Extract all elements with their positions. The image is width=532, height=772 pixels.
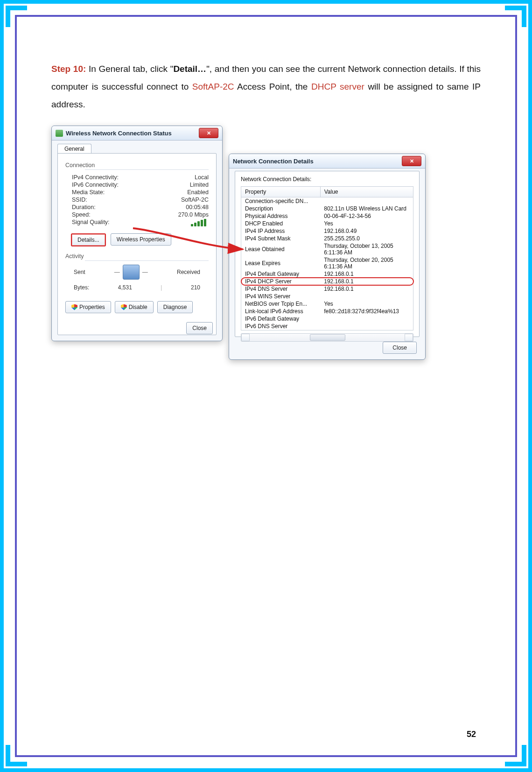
value-cell (320, 323, 413, 330)
ssid-value: SoftAP-2C (181, 197, 209, 203)
speed-label: Speed: (72, 211, 91, 218)
details-close-button[interactable]: Close (383, 342, 417, 354)
wireless-icon (56, 130, 63, 137)
scroll-left-arrow-icon[interactable] (241, 334, 250, 341)
details-button[interactable]: Details... (71, 233, 106, 246)
property-cell: Lease Obtained (241, 242, 321, 256)
table-row[interactable]: IPv4 DHCP Server192.168.0.1 (241, 278, 413, 285)
property-cell: NetBIOS over Tcpip En... (241, 300, 321, 308)
diagnose-button[interactable]: Diagnose (157, 301, 193, 313)
details-dialog: Network Connection Details ✕ Network Con… (229, 154, 426, 360)
shield-icon (71, 304, 77, 310)
instruction-text: Step 10: In General tab, click "Detail…"… (51, 60, 481, 113)
table-row[interactable]: IPv4 Default Gateway192.168.0.1 (241, 270, 413, 278)
table-row[interactable]: IPv4 IP Address192.168.0.49 (241, 227, 413, 235)
bytes-received-value: 210 (191, 284, 200, 291)
step-label: Step 10: (51, 64, 86, 74)
property-cell: IPv6 Default Gateway (241, 315, 321, 323)
status-titlebar[interactable]: Wireless Network Connection Status ✕ (52, 126, 222, 140)
close-icon[interactable]: ✕ (402, 156, 421, 166)
ssid-label: SSID: (72, 197, 87, 203)
property-cell: Link-local IPv6 Address (241, 308, 321, 315)
connection-heading: Connection (65, 162, 209, 170)
value-cell: Thursday, October 13, 2005 6:11:36 AM (320, 242, 413, 256)
value-cell: 192.168.0.1 (320, 270, 413, 278)
scroll-thumb[interactable] (310, 334, 345, 341)
ipv4-connectivity-label: IPv4 Connectivity: (72, 174, 119, 181)
value-cell: 255.255.255.0 (320, 235, 413, 242)
page-number: 52 (467, 730, 476, 739)
horizontal-scrollbar[interactable] (241, 333, 413, 342)
table-row[interactable]: IPv4 WINS Server (241, 293, 413, 300)
property-cell: IPv4 Subnet Mask (241, 235, 321, 242)
sent-label: Sent (74, 269, 85, 275)
disable-button[interactable]: Disable (115, 301, 154, 313)
signal-quality-label: Signal Quality: (72, 219, 110, 226)
details-table: Property Value Connection-specific DN...… (241, 186, 413, 330)
corner-decoration (505, 6, 526, 27)
table-row[interactable]: Connection-specific DN... (241, 197, 413, 205)
table-row[interactable]: IPv6 DNS Server (241, 323, 413, 330)
table-row[interactable]: IPv6 Default Gateway (241, 315, 413, 323)
table-row[interactable]: Lease ExpiresThursday, October 20, 2005 … (241, 256, 413, 270)
softap-keyword: SoftAP-2C (192, 82, 234, 91)
property-cell: IPv4 IP Address (241, 227, 321, 235)
close-icon[interactable]: ✕ (199, 128, 218, 138)
property-cell: DHCP Enabled (241, 220, 321, 227)
status-dialog: Wireless Network Connection Status ✕ Gen… (51, 126, 223, 341)
table-row[interactable]: NetBIOS over Tcpip En...Yes (241, 300, 413, 308)
property-cell: IPv4 DHCP Server (241, 278, 321, 285)
value-cell (320, 293, 413, 300)
details-subtitle: Network Connection Details: (241, 176, 413, 182)
property-cell: IPv4 Default Gateway (241, 270, 321, 278)
scroll-right-arrow-icon[interactable] (405, 334, 413, 341)
table-row[interactable]: Lease ObtainedThursday, October 13, 2005… (241, 242, 413, 256)
properties-button[interactable]: Properties (65, 301, 111, 313)
table-row[interactable]: Description802.11n USB Wireless LAN Card (241, 205, 413, 212)
col-value[interactable]: Value (320, 187, 413, 197)
property-cell: IPv4 DNS Server (241, 285, 321, 293)
table-row[interactable]: Link-local IPv6 Addressfe80::2d18:327d:9… (241, 308, 413, 315)
table-row[interactable]: IPv4 DNS Server192.168.0.1 (241, 285, 413, 293)
corner-decoration (505, 745, 526, 766)
value-cell: 192.168.0.1 (320, 285, 413, 293)
received-label: Received (177, 269, 200, 275)
value-cell: 192.168.0.1 (320, 278, 413, 285)
dhcp-keyword: DHCP server (311, 82, 364, 91)
value-cell: Yes (320, 300, 413, 308)
col-property[interactable]: Property (241, 187, 321, 197)
property-cell: Description (241, 205, 321, 212)
status-close-button[interactable]: Close (186, 322, 213, 334)
property-cell: IPv6 DNS Server (241, 323, 321, 330)
media-state-label: Media State: (72, 189, 105, 196)
value-cell: 00-06-4F-12-34-56 (320, 212, 413, 220)
ipv6-connectivity-value: Limited (190, 182, 209, 188)
bytes-label: Bytes: (74, 284, 89, 291)
bytes-sent-value: 4,531 (118, 284, 132, 291)
duration-value: 00:05:48 (186, 204, 209, 211)
value-cell: 802.11n USB Wireless LAN Card (320, 205, 413, 212)
corner-decoration (6, 745, 27, 766)
table-row[interactable]: Physical Address00-06-4F-12-34-56 (241, 212, 413, 220)
value-cell (320, 315, 413, 323)
speed-value: 270.0 Mbps (178, 211, 209, 218)
shield-icon (121, 304, 127, 310)
value-cell: Thursday, October 20, 2005 6:11:36 AM (320, 256, 413, 270)
details-titlebar[interactable]: Network Connection Details ✕ (229, 154, 425, 168)
table-row[interactable]: IPv4 Subnet Mask255.255.255.0 (241, 235, 413, 242)
value-cell (320, 197, 413, 205)
ipv6-connectivity-label: IPv6 Connectivity: (72, 182, 119, 188)
detail-keyword: Detail… (173, 64, 206, 74)
details-title: Network Connection Details (233, 158, 314, 165)
activity-heading: Activity (65, 253, 209, 261)
value-cell: Yes (320, 220, 413, 227)
corner-decoration (6, 6, 27, 27)
wireless-properties-button[interactable]: Wireless Properties (111, 233, 171, 246)
table-row[interactable]: DHCP EnabledYes (241, 220, 413, 227)
duration-label: Duration: (72, 204, 96, 211)
property-cell: Lease Expires (241, 256, 321, 270)
media-state-value: Enabled (187, 189, 209, 196)
tab-general[interactable]: General (57, 144, 91, 154)
value-cell: fe80::2d18:327d:9f32f4ea%13 (320, 308, 413, 315)
property-cell: Physical Address (241, 212, 321, 220)
